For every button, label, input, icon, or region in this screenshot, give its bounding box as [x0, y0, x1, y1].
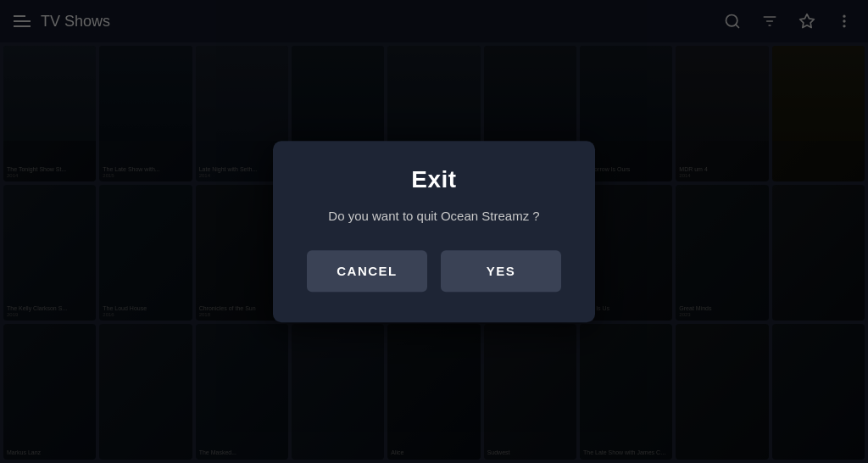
dialog-message: Do you want to quit Ocean Streamz ? [307, 207, 561, 226]
yes-button[interactable]: YES [441, 250, 561, 292]
dialog-buttons: CANCEL YES [307, 250, 561, 292]
cancel-button[interactable]: CANCEL [307, 250, 427, 292]
exit-dialog: Exit Do you want to quit Ocean Streamz ?… [273, 141, 595, 322]
dialog-title: Exit [307, 166, 561, 193]
